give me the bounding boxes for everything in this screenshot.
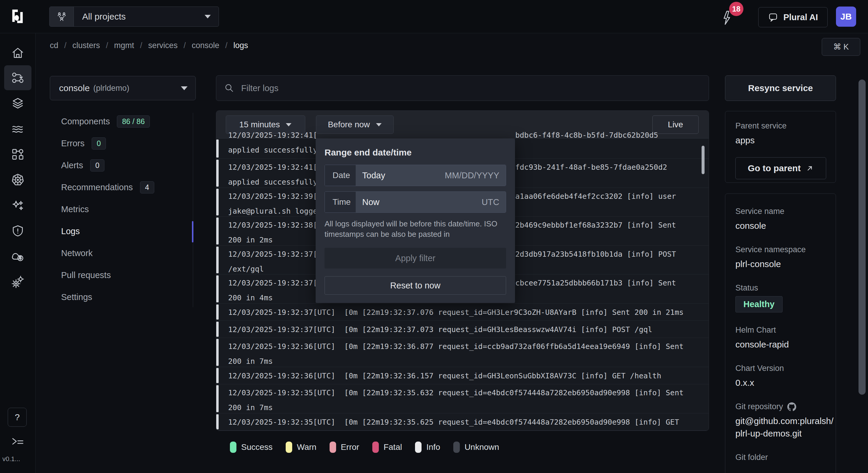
time-field-value: Now bbox=[356, 197, 379, 207]
date-field-value: Today bbox=[356, 171, 385, 180]
avatar[interactable]: JB bbox=[836, 6, 856, 27]
warn-swatch bbox=[286, 442, 292, 453]
breadcrumb-item[interactable]: services bbox=[148, 41, 178, 50]
breadcrumb-item[interactable]: cd bbox=[50, 41, 58, 50]
legend-item-info: Info bbox=[415, 442, 440, 453]
icon-rail: ? v0.1... bbox=[0, 33, 36, 473]
home-icon[interactable] bbox=[11, 46, 25, 60]
chevron-down-icon bbox=[376, 123, 382, 126]
git-folder-label: Git folder bbox=[735, 453, 826, 462]
chart-version-value: 0.x.x bbox=[735, 377, 826, 389]
continuous-deployment-icon[interactable] bbox=[11, 70, 25, 85]
nav-item-network[interactable]: Network bbox=[50, 242, 192, 264]
breadcrumb-item[interactable]: mgmt bbox=[114, 41, 134, 50]
popup-title: Range end date/time bbox=[324, 147, 506, 157]
ai-sparkles-icon[interactable] bbox=[11, 199, 25, 213]
log-level-bar bbox=[216, 246, 219, 273]
nav-item-pull-requests[interactable]: Pull requests bbox=[50, 264, 192, 286]
top-bar: All projects 18 Plural AI JB bbox=[0, 0, 868, 33]
plural-ai-button[interactable]: Plural AI bbox=[758, 7, 828, 27]
service-namespace-label: Service namespace bbox=[735, 245, 826, 254]
go-to-parent-button[interactable]: Go to parent bbox=[735, 157, 826, 179]
stacks-icon[interactable] bbox=[11, 96, 25, 110]
legend-item-fatal: Fatal bbox=[372, 442, 402, 453]
project-selector-label: All projects bbox=[82, 11, 126, 22]
log-row[interactable]: 12/03/2025-19:32:36[UTC] [0m [22m19:32:3… bbox=[216, 367, 709, 384]
fatal-swatch bbox=[372, 442, 379, 453]
breadcrumb-bar: cd/ clusters/ mgmt/ services/ console/ l… bbox=[36, 33, 868, 61]
github-icon bbox=[787, 403, 796, 411]
notification-badge: 18 bbox=[729, 2, 743, 16]
service-name-label: Service name bbox=[735, 207, 826, 216]
waves-icon[interactable] bbox=[11, 122, 25, 136]
info-swatch bbox=[415, 442, 422, 453]
nav-item-alerts[interactable]: Alerts 0 bbox=[50, 154, 192, 176]
helm-chart-label: Helm Chart bbox=[735, 326, 826, 335]
log-level-bar bbox=[216, 304, 219, 320]
reset-to-now-button[interactable]: Reset to now bbox=[324, 276, 506, 295]
time-field-zone: UTC bbox=[482, 197, 506, 207]
git-repository-label: Git repository bbox=[735, 402, 826, 411]
chevron-down-icon bbox=[205, 15, 211, 19]
resync-service-button[interactable]: Resync service bbox=[725, 76, 836, 101]
command-k-shortcut[interactable]: ⌘ K bbox=[822, 38, 860, 56]
kubernetes-helm-icon[interactable] bbox=[11, 173, 25, 187]
date-field-placeholder: MM/DD/YYYY bbox=[445, 171, 506, 180]
nav-item-recommendations[interactable]: Recommendations 4 bbox=[50, 176, 192, 198]
parent-service-value: apps bbox=[735, 134, 826, 147]
project-selector[interactable]: All projects bbox=[49, 6, 219, 27]
git-repository-value: git@github.com:pluralsh/ plrl-up-demos.g… bbox=[735, 415, 826, 440]
notifications-button[interactable]: 18 bbox=[720, 9, 744, 30]
parent-service-label: Parent service bbox=[735, 121, 826, 130]
arrow-up-right-icon bbox=[806, 165, 814, 172]
chevron-down-icon bbox=[181, 86, 188, 90]
log-scrollbar-thumb[interactable] bbox=[702, 146, 705, 174]
breadcrumb-item[interactable]: console bbox=[192, 41, 219, 50]
log-row[interactable]: 12/03/2025-19:32:37[UTC] [0m [22m19:32:3… bbox=[216, 303, 709, 321]
service-details-card: Service name console Service namespace p… bbox=[725, 194, 836, 473]
cloud-cost-icon[interactable] bbox=[11, 249, 25, 264]
terminal-icon[interactable] bbox=[11, 436, 25, 448]
time-field[interactable]: Time Now UTC bbox=[324, 191, 506, 213]
date-field[interactable]: Date Today MM/DD/YYYY bbox=[324, 165, 506, 186]
success-swatch bbox=[230, 442, 237, 453]
log-row[interactable]: 12/03/2025-19:32:36[UTC] [0m [22m19:32:3… bbox=[216, 338, 709, 367]
apply-filter-button[interactable]: Apply filter bbox=[324, 248, 506, 269]
components-count-badge: 86 / 86 bbox=[117, 115, 150, 127]
date-field-label: Date bbox=[325, 165, 356, 186]
org-people-icon bbox=[50, 7, 74, 26]
nav-item-errors[interactable]: Errors 0 bbox=[50, 132, 192, 154]
log-row[interactable]: 12/03/2025-19:32:37[UTC] [0m [22m19:32:3… bbox=[216, 321, 709, 338]
filter-logs-input[interactable]: Filter logs bbox=[216, 76, 709, 101]
settings-gears-icon[interactable] bbox=[11, 275, 25, 289]
recommendations-count-badge: 4 bbox=[140, 181, 154, 194]
error-swatch bbox=[330, 442, 336, 453]
service-selector[interactable]: console (plrldemo) bbox=[50, 76, 196, 100]
log-level-bar bbox=[216, 217, 219, 244]
plural-logo-icon[interactable] bbox=[9, 8, 26, 25]
live-button[interactable]: Live bbox=[652, 115, 699, 134]
nav-item-components[interactable]: Components 86 / 86 bbox=[50, 110, 192, 132]
infrastructure-icon[interactable] bbox=[11, 147, 25, 161]
helm-chart-value: console-rapid bbox=[735, 338, 826, 351]
log-row[interactable]: 12/03/2025-19:32:35[UTC] [0m [22m19:32:3… bbox=[216, 413, 709, 431]
nav-item-logs[interactable]: Logs bbox=[50, 220, 192, 242]
log-level-bar bbox=[216, 140, 219, 157]
log-row[interactable]: 12/03/2025-19:32:35[UTC] [0m [22m19:32:3… bbox=[216, 384, 709, 413]
plural-ai-label: Plural AI bbox=[783, 12, 818, 22]
alerts-count-badge: 0 bbox=[90, 159, 104, 172]
log-level-bar bbox=[216, 385, 219, 412]
range-anchor-dropdown[interactable]: Before now bbox=[316, 115, 394, 134]
page-scrollbar-thumb[interactable] bbox=[859, 80, 866, 395]
log-level-bar bbox=[216, 339, 219, 366]
service-nav-menu: Components 86 / 86 Errors 0 Alerts 0 Rec… bbox=[50, 110, 192, 308]
breadcrumb-item[interactable]: clusters bbox=[72, 41, 100, 50]
nav-item-settings[interactable]: Settings bbox=[50, 286, 192, 308]
nav-item-metrics[interactable]: Metrics bbox=[50, 198, 192, 220]
service-namespace-value: plrl-console bbox=[735, 258, 826, 270]
help-button[interactable]: ? bbox=[8, 408, 27, 427]
log-level-bar bbox=[216, 275, 219, 302]
popup-helper-text: All logs displayed will be before this d… bbox=[324, 219, 506, 239]
security-shield-icon[interactable] bbox=[11, 224, 25, 238]
breadcrumb-item-current: logs bbox=[234, 41, 248, 50]
